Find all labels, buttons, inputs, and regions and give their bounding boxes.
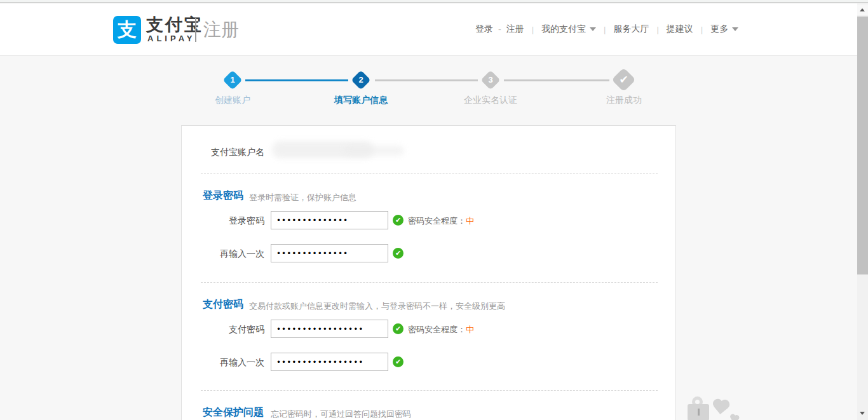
vertical-scrollbar[interactable] <box>857 3 868 420</box>
step-1-number: 1 <box>226 73 240 87</box>
step-1-badge: 1 <box>222 70 242 90</box>
strength-value: 中 <box>466 325 474 334</box>
redacted-account-value <box>344 146 404 156</box>
heart-icon <box>731 416 737 420</box>
valid-check-icon: ✔ <box>393 356 403 367</box>
nav-service-hall-link[interactable]: 服务大厅 <box>613 24 649 35</box>
strength-value: 中 <box>466 216 474 226</box>
valid-check-icon: ✔ <box>393 215 403 226</box>
nav-dash: - <box>498 24 501 34</box>
login-password-input[interactable] <box>271 211 388 229</box>
strength-label: 密码安全程度： <box>408 325 466 334</box>
logo-glyph: 支 <box>118 19 137 40</box>
step-2-label: 填写账户信息 <box>323 95 399 106</box>
password-strength: 密码安全程度：中 <box>408 215 474 227</box>
login-password-label: 登录密码 <box>182 215 264 227</box>
login-password-section-title: 登录密码 <box>203 189 243 203</box>
alipay-logo-icon[interactable]: 支 <box>113 16 141 44</box>
register-form-card: 支付宝账户名 登录密码 登录时需验证，保护账户信息 登录密码 ✔ 密码安全程度：… <box>181 125 676 420</box>
nav-separator: | <box>532 25 534 34</box>
page-title: 注册 <box>203 18 239 42</box>
step-2-number: 2 <box>354 73 368 87</box>
password-strength: 密码安全程度：中 <box>408 324 474 335</box>
pay-password-section-desc: 交易付款或账户信息更改时需输入，与登录密码不一样，安全级别更高 <box>249 301 505 312</box>
login-password-confirm-label: 再输入一次 <box>182 248 264 260</box>
brand-name-en: ALIPAY <box>147 34 196 43</box>
step-3-badge: 3 <box>480 70 500 90</box>
nav-more-link[interactable]: 更多 <box>710 24 728 35</box>
nav-separator: | <box>604 25 606 34</box>
top-nav: 登录 - 注册 | 我的支付宝 | 服务大厅 | 提建议 | 更多 <box>475 24 738 35</box>
step-connector-pending <box>504 79 609 81</box>
step-3-number: 3 <box>484 73 498 87</box>
pay-password-input[interactable] <box>271 320 388 338</box>
alipay-register-page: 支 支付宝 ALIPAY 注册 登录 - 注册 | 我的支付宝 | 服务大厅 |… <box>0 0 868 420</box>
scroll-up-button[interactable] <box>857 4 868 15</box>
nav-separator: | <box>701 25 703 34</box>
pay-password-label: 支付密码 <box>182 324 264 335</box>
login-password-confirm-input[interactable] <box>271 244 388 262</box>
nav-separator: | <box>656 25 658 34</box>
account-name-label: 支付宝账户名 <box>182 147 264 158</box>
logo-divider <box>195 18 196 42</box>
step-1-label: 创建账户 <box>201 95 264 106</box>
pay-password-confirm-label: 再输入一次 <box>182 357 264 369</box>
nav-my-alipay-link[interactable]: 我的支付宝 <box>541 24 586 35</box>
browser-chrome-strip <box>0 0 868 3</box>
valid-check-icon: ✔ <box>393 323 403 334</box>
step-4-label: 注册成功 <box>592 95 656 106</box>
section-divider <box>201 282 658 283</box>
step-connector-pending <box>375 79 478 81</box>
security-question-section-desc: 忘记密码时，可通过回答问题找回密码 <box>271 409 411 420</box>
chevron-down-icon[interactable] <box>732 27 738 31</box>
nav-feedback-link[interactable]: 提建议 <box>667 24 693 35</box>
lock-icon <box>688 404 709 420</box>
step-3-label: 企业实名认证 <box>452 95 529 106</box>
valid-check-icon: ✔ <box>393 248 403 259</box>
section-divider <box>201 390 658 391</box>
strength-label: 密码安全程度： <box>408 216 466 226</box>
nav-login-link[interactable]: 登录 <box>475 24 493 35</box>
arrow-up-icon <box>860 8 865 11</box>
step-connector-done <box>245 79 348 81</box>
heart-icon <box>715 402 726 412</box>
login-password-section-desc: 登录时需验证，保护账户信息 <box>249 192 356 203</box>
step-4-check-icon: ✔ <box>611 67 635 91</box>
section-divider <box>201 173 658 174</box>
scroll-down-button[interactable] <box>857 408 868 419</box>
scrollbar-thumb[interactable] <box>857 17 868 274</box>
step-4-check-glyph: ✔ <box>615 71 632 88</box>
pay-password-confirm-input[interactable] <box>271 353 388 371</box>
chevron-down-icon[interactable] <box>590 27 596 31</box>
arrow-down-icon <box>860 412 865 415</box>
security-question-section-title: 安全保护问题 <box>203 406 264 419</box>
pay-password-section-title: 支付密码 <box>203 298 243 311</box>
nav-register-link[interactable]: 注册 <box>506 24 524 35</box>
header: 支 支付宝 ALIPAY 注册 登录 - 注册 | 我的支付宝 | 服务大厅 |… <box>0 4 857 56</box>
step-2-badge: 2 <box>351 70 370 90</box>
